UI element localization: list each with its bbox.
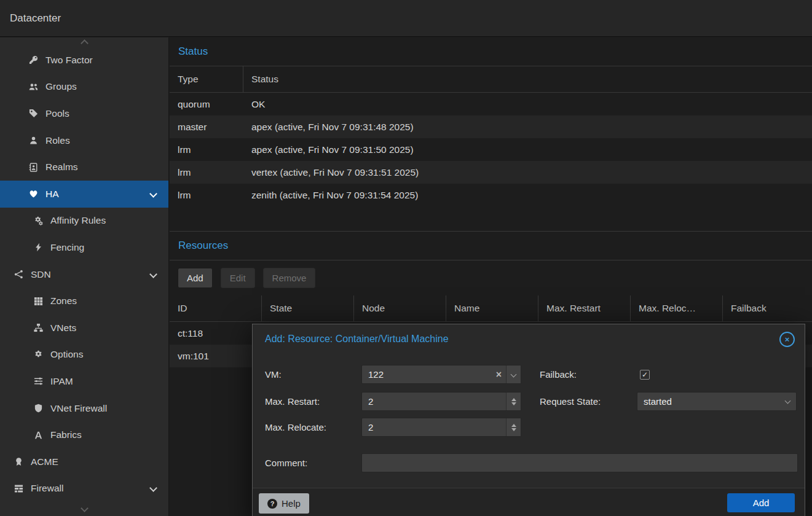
sidebar-item-options[interactable]: Options — [0, 342, 168, 369]
sidebar-item-realms[interactable]: Realms — [0, 154, 168, 181]
vm-value: 122 — [362, 369, 496, 380]
sidebar-item-pools[interactable]: Pools — [0, 100, 168, 127]
request-state-value: started — [637, 396, 786, 407]
sidebar-item-vnets[interactable]: VNets — [0, 315, 168, 342]
max-relocate-input[interactable]: 2 — [361, 418, 521, 437]
edit-button[interactable]: Edit — [221, 268, 255, 288]
sidebar-item-acme[interactable]: ACME — [0, 448, 168, 475]
chevron-down-icon[interactable] — [149, 270, 157, 278]
sidebar-item-label: Fencing — [50, 242, 84, 253]
resources-toolbar: AddEditRemove — [170, 260, 812, 295]
vm-dropdown-trigger[interactable] — [506, 366, 521, 383]
dialog-footer: ? Help Add — [253, 488, 805, 516]
status-row[interactable]: lrmzenith (active, Fri Nov 7 09:31:54 20… — [170, 184, 812, 206]
column-header-status[interactable]: Status — [243, 66, 812, 92]
sidebar-tree: Two FactorGroupsPoolsRolesRealmsHAAffini… — [0, 47, 168, 502]
help-button-label: Help — [282, 498, 301, 509]
status-row[interactable]: lrmapex (active, Fri Nov 7 09:31:50 2025… — [170, 138, 812, 161]
status-type-cell: master — [170, 122, 243, 133]
top-bar: Datacenter — [0, 0, 812, 37]
sidebar-item-sdn[interactable]: SDN — [0, 261, 168, 288]
sidebar-item-label: Pools — [45, 108, 69, 119]
chevron-down-icon — [785, 397, 791, 404]
request-state-label: Request State: — [540, 392, 601, 411]
sidebar-item-label: VNet Firewall — [50, 403, 107, 414]
status-value-cell: zenith (active, Fri Nov 7 09:31:54 2025) — [243, 190, 812, 201]
sidebar-item-fabrics[interactable]: Fabrics — [0, 421, 168, 448]
firewall-icon — [14, 483, 24, 494]
spinner-up-icon — [511, 424, 516, 427]
sidebar-item-label: ACME — [31, 456, 58, 467]
sidebar-item-label: IPAM — [50, 376, 73, 387]
vm-combo-input[interactable]: 122 × — [361, 365, 521, 384]
status-row[interactable]: lrmvertex (active, Fri Nov 7 09:31:51 20… — [170, 161, 812, 184]
add-resource-dialog: Add: Resource: Container/Virtual Machine… — [252, 324, 805, 516]
sidebar-item-label: Fabrics — [50, 429, 82, 440]
spinner-up-icon — [511, 398, 516, 401]
help-button[interactable]: ? Help — [259, 493, 309, 514]
column-header-type[interactable]: Type — [170, 66, 243, 92]
column-header-id[interactable]: ID — [170, 295, 262, 321]
sidebar-item-fencing[interactable]: Fencing — [0, 234, 168, 261]
dialog-add-button[interactable]: Add — [727, 493, 795, 512]
request-state-select[interactable]: started — [637, 392, 797, 411]
sidebar-item-ipam[interactable]: IPAM — [0, 368, 168, 395]
column-header-name[interactable]: Name — [446, 295, 538, 321]
shield-icon — [33, 403, 44, 413]
sidebar-item-ha[interactable]: HA — [0, 181, 168, 208]
sidebar-item-zones[interactable]: Zones — [0, 287, 168, 315]
address-book-icon — [28, 162, 39, 173]
column-header-max-restart[interactable]: Max. Restart — [538, 295, 631, 321]
sidebar-item-label: Groups — [45, 81, 77, 92]
sidebar-item-label: Roles — [45, 135, 70, 146]
column-header-node[interactable]: Node — [354, 295, 446, 321]
comment-label: Comment: — [265, 453, 307, 472]
sidebar-item-two-factor[interactable]: Two Factor — [0, 47, 168, 74]
sidebar-item-roles[interactable]: Roles — [0, 127, 168, 154]
spinner-down-icon — [511, 402, 516, 405]
remove-button[interactable]: Remove — [263, 268, 316, 288]
vm-label: VM: — [265, 365, 282, 384]
sidebar-item-label: VNets — [50, 322, 76, 334]
tags-icon — [28, 108, 39, 119]
sidebar-item-firewall[interactable]: Firewall — [0, 475, 168, 502]
sidebar-item-label: Realms — [45, 162, 78, 173]
status-value-cell: apex (active, Fri Nov 7 09:31:50 2025) — [243, 144, 812, 155]
resource-id-cell: ct:118 — [170, 328, 262, 339]
max-relocate-value: 2 — [362, 422, 506, 432]
failback-checkbox[interactable]: ✓ — [640, 370, 650, 380]
chevron-up-icon — [81, 39, 89, 47]
add-button-label: Add — [753, 498, 770, 508]
sidebar-item-label: Two Factor — [45, 55, 93, 66]
comment-input[interactable] — [361, 453, 798, 472]
sidebar-item-vnet-firewall[interactable]: VNet Firewall — [0, 395, 168, 422]
resource-id-cell: vm:101 — [170, 351, 262, 362]
sidebar-item-groups[interactable]: Groups — [0, 74, 168, 101]
max-relocate-spinner[interactable] — [506, 418, 521, 436]
add-button[interactable]: Add — [178, 268, 213, 288]
column-header-failback[interactable]: Failback — [723, 295, 812, 321]
max-restart-spinner[interactable] — [506, 393, 521, 410]
users-icon — [28, 82, 39, 92]
sidebar-item-affinity-rules[interactable]: Affinity Rules — [0, 208, 168, 235]
status-row[interactable]: masterapex (active, Fri Nov 7 09:31:48 2… — [170, 115, 812, 138]
column-header-state[interactable]: State — [262, 295, 354, 321]
column-header-max-reloc[interactable]: Max. Reloc… — [631, 295, 723, 321]
font-icon — [33, 430, 44, 440]
question-icon: ? — [267, 499, 277, 509]
network-icon — [14, 269, 24, 280]
scroll-down-indicator[interactable] — [0, 500, 168, 516]
scroll-up-indicator[interactable] — [0, 39, 168, 47]
status-table-body: quorumOKmasterapex (active, Fri Nov 7 09… — [170, 93, 812, 206]
chevron-down-icon[interactable] — [149, 190, 157, 198]
max-relocate-label: Max. Relocate: — [265, 418, 326, 437]
clear-icon[interactable]: × — [496, 370, 502, 380]
chevron-down-icon[interactable] — [149, 484, 157, 492]
sidebar-item-label: Affinity Rules — [50, 215, 106, 226]
status-section-title: Status — [170, 37, 812, 66]
status-row[interactable]: quorumOK — [170, 93, 812, 115]
max-restart-input[interactable]: 2 — [361, 392, 521, 411]
spinner-down-icon — [511, 428, 516, 431]
sitemap-icon — [33, 322, 44, 333]
sidebar-item-label: Options — [50, 349, 83, 360]
